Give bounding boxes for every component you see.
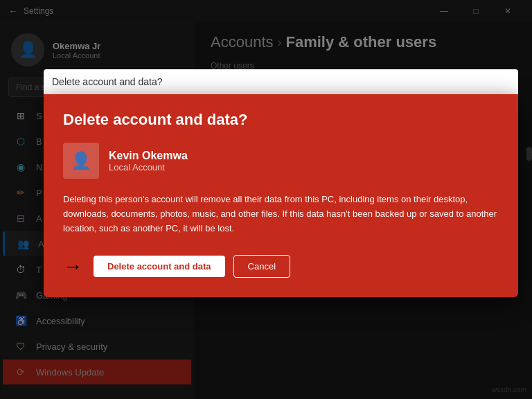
delete-dialog: Delete account and data? 👤 Kevin Okemwa … <box>44 94 518 297</box>
dialog-actions: → Delete account and data Cancel <box>63 255 499 278</box>
dialog-avatar: 👤 <box>63 143 99 179</box>
dialog-search-text: Delete account and data? <box>52 76 163 87</box>
dialog-user-account-type: Local Account <box>109 162 188 172</box>
cancel-button[interactable]: Cancel <box>233 255 290 278</box>
dialog-user-details: Kevin Okemwa Local Account <box>109 150 188 172</box>
dialog-user-info: 👤 Kevin Okemwa Local Account <box>63 143 499 179</box>
dialog-title: Delete account and data? <box>63 111 499 129</box>
dialog-search-bar: Delete account and data? <box>44 69 518 94</box>
dialog-user-name: Kevin Okemwa <box>109 150 188 162</box>
dialog-message: Deleting this person's account will remo… <box>63 193 499 236</box>
delete-confirm-button[interactable]: Delete account and data <box>94 256 225 277</box>
dialog-avatar-icon: 👤 <box>71 151 91 170</box>
arrow-icon: → <box>63 256 82 278</box>
